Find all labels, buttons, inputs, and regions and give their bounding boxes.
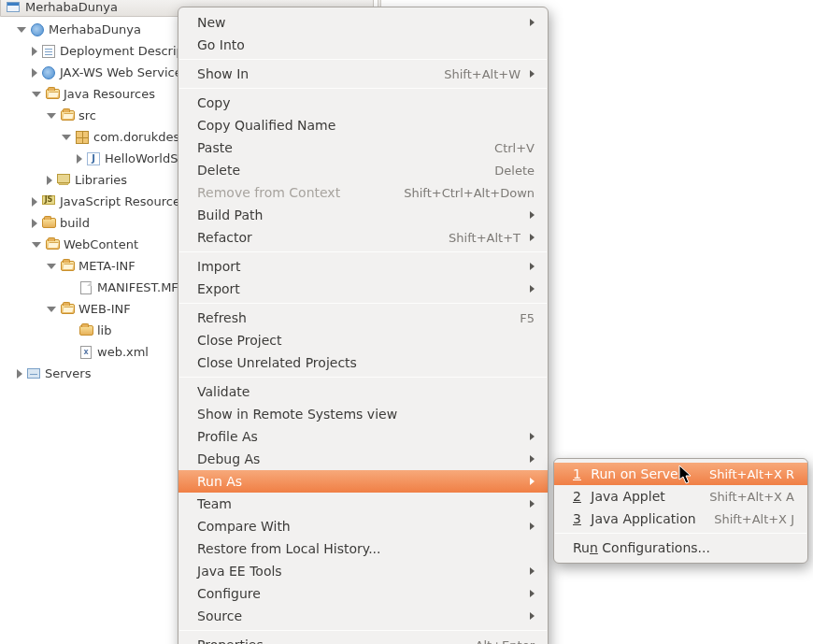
tree-item-lib[interactable]: lib [0,320,187,341]
tree-item-webcontent[interactable]: WebContent [0,234,187,255]
menu-item-go-into[interactable]: Go Into [178,34,548,56]
project-explorer-tree[interactable]: MerhabaDunya Deployment Descriptor: JAX-… [0,19,187,384]
tree-item-libraries[interactable]: Libraries [0,169,187,191]
menu-accelerator: Shift+Alt+W [444,67,521,81]
menu-item-paste[interactable]: PasteCtrl+V [178,136,548,159]
expand-icon[interactable] [32,92,41,97]
submenu-item-run-configurations[interactable]: Run Configurations... [554,537,807,559]
menu-item-import[interactable]: Import [178,255,548,278]
project-name: MerhabaDunya [25,0,118,14]
menu-label: Export [197,281,521,296]
expand-icon[interactable] [17,27,26,33]
menu-item-refactor[interactable]: RefactorShift+Alt+T [178,226,548,249]
submenu-item-java-applet[interactable]: 2 Java Applet Shift+Alt+X A [554,485,807,508]
services-icon [42,66,55,79]
submenu-arrow-icon [530,433,535,440]
submenu-arrow-icon [530,478,535,485]
menu-item-validate[interactable]: Validate [178,380,548,403]
expand-icon[interactable] [47,176,52,185]
expand-icon[interactable] [32,47,37,56]
menu-accelerator: Shift+Alt+X A [709,490,794,504]
menu-label: 3 Java Application [573,511,714,526]
menu-item-refresh[interactable]: RefreshF5 [178,307,548,329]
tree-item-webxml[interactable]: x web.xml [0,341,187,363]
menu-separator [179,303,547,304]
dynamic-web-project-icon [31,23,44,36]
tree-item-deployment-descriptor[interactable]: Deployment Descriptor: [0,40,187,62]
submenu-arrow-icon [530,285,535,293]
expand-icon[interactable] [32,242,41,248]
expand-icon[interactable] [77,154,82,164]
menu-item-restore-local[interactable]: Restore from Local History... [178,537,548,560]
context-menu[interactable]: New Go Into Show InShift+Alt+W Copy Copy… [178,7,549,644]
menu-separator [555,533,806,534]
expand-icon[interactable] [32,219,37,228]
expand-icon[interactable] [47,113,56,119]
menu-item-source[interactable]: Source [178,605,548,627]
tree-item-package[interactable]: com.dorukdestan. [0,126,187,148]
submenu-arrow-icon [530,19,535,26]
menu-item-copy-qualified-name[interactable]: Copy Qualified Name [178,114,548,136]
run-as-submenu[interactable]: 1 Run on Server Shift+Alt+X R 2 Java App… [553,458,808,564]
menu-item-show-remote[interactable]: Show in Remote Systems view [178,403,548,425]
tree-label: JAX-WS Web Services [60,63,188,83]
menu-item-team[interactable]: Team [178,493,548,515]
menu-item-new[interactable]: New [178,11,548,34]
tree-item-build[interactable]: build [0,212,187,234]
menu-item-show-in[interactable]: Show InShift+Alt+W [178,63,548,85]
expand-icon[interactable] [32,197,37,207]
menu-item-close-project[interactable]: Close Project [178,329,548,351]
menu-item-profile-as[interactable]: Profile As [178,425,548,448]
menu-item-remove-from-context: Remove from ContextShift+Ctrl+Alt+Down [178,181,548,204]
menu-item-export[interactable]: Export [178,278,548,300]
tree-item-js-resources[interactable]: JS JavaScript Resources [0,191,187,212]
submenu-item-run-on-server[interactable]: 1 Run on Server Shift+Alt+X R [554,463,807,485]
expand-icon[interactable] [47,307,56,312]
menu-item-debug-as[interactable]: Debug As [178,448,548,470]
tree-item-src[interactable]: src [0,105,187,126]
menu-item-jee-tools[interactable]: Java EE Tools [178,560,548,582]
menu-accelerator: F5 [520,311,535,325]
menu-label: Source [197,608,521,623]
menu-item-build-path[interactable]: Build Path [178,204,548,226]
menu-item-properties[interactable]: PropertiesAlt+Enter [178,634,548,644]
menu-label: Team [197,496,521,511]
menu-item-configure[interactable]: Configure [178,582,548,605]
java-file-icon: J [87,152,100,165]
tree-item-java-file[interactable]: J HelloWorldServle [0,148,187,169]
expand-icon[interactable] [47,264,56,269]
expand-icon[interactable] [32,68,37,78]
tree-item-java-resources[interactable]: Java Resources [0,83,187,105]
tree-item-manifest[interactable]: MANIFEST.MF [0,277,187,298]
menu-label: Properties [197,637,476,644]
expand-icon[interactable] [62,135,71,140]
menu-item-copy[interactable]: Copy [178,92,548,114]
tree-item-project[interactable]: MerhabaDunya [0,19,187,40]
expand-icon[interactable] [17,369,22,379]
menu-item-delete[interactable]: DeleteDelete [178,159,548,181]
menu-label: Refresh [197,310,520,325]
menu-label: Configure [197,586,521,601]
tree-item-jaxws[interactable]: JAX-WS Web Services [0,62,187,83]
menu-label: Delete [197,163,494,178]
menu-separator [179,88,547,89]
menu-label: 1 Run on Server [573,466,709,481]
menu-label: Restore from Local History... [197,541,535,556]
menu-label: New [197,15,521,30]
menu-accelerator: Shift+Alt+X R [709,467,794,481]
menu-item-compare-with[interactable]: Compare With [178,515,548,537]
menu-item-close-unrelated[interactable]: Close Unrelated Projects [178,351,548,374]
menu-label: Run As [197,474,521,489]
submenu-arrow-icon [530,211,535,219]
submenu-arrow-icon [530,612,535,620]
menu-label: Remove from Context [197,185,404,200]
libraries-icon [57,174,70,183]
tree-item-servers[interactable]: Servers [0,363,187,384]
menu-item-run-as[interactable]: Run As [178,470,548,493]
menu-accelerator: Delete [494,164,535,178]
tree-label: Libraries [75,170,127,191]
submenu-item-java-application[interactable]: 3 Java Application Shift+Alt+X J [554,508,807,530]
source-folder-icon [61,110,75,121]
tree-item-webinf[interactable]: WEB-INF [0,298,187,320]
tree-item-metainf[interactable]: META-INF [0,255,187,277]
